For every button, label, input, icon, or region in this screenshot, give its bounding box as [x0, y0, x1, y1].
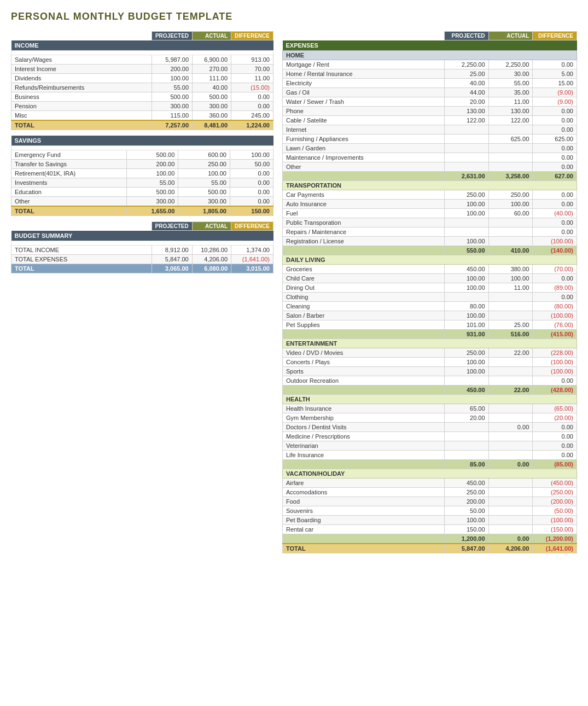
sub-section-label: VACATION/HOLIDAY: [283, 469, 577, 479]
row-label: Cleaning: [283, 302, 445, 311]
summary-header-difference: DIFFERENCE: [231, 222, 273, 231]
table-row: Sports100.00(100.00): [283, 367, 577, 376]
row-label: Lawn / Garden: [283, 144, 445, 153]
row-projected: 100.00: [444, 311, 488, 320]
row-label: TOTAL: [283, 544, 445, 553]
row-difference: 625.00: [533, 135, 577, 144]
total-difference: (415.00): [533, 330, 577, 339]
row-difference: (9.00): [533, 88, 577, 97]
expenses-header-actual: ACTUAL: [488, 32, 533, 40]
row-actual: 360.00: [193, 111, 231, 121]
row-difference: (76.00): [533, 320, 577, 330]
row-difference: 0.00: [533, 190, 577, 200]
table-row: Electricity40.0055.0015.00: [283, 79, 577, 88]
row-difference: 0.00: [533, 144, 577, 153]
table-row: Salary/Wages5,987.006,900.00913.00: [11, 55, 273, 65]
row-projected: 20.00: [444, 413, 488, 423]
expenses-header-projected: PROJECTED: [444, 32, 488, 40]
table-row: Salon / Barber100.00(100.00): [283, 311, 577, 320]
row-difference: (100.00): [533, 311, 577, 320]
row-actual: 30.00: [488, 69, 533, 79]
row-actual: [488, 153, 533, 162]
row-label: Maintenance / Improvements: [283, 153, 445, 162]
row-actual: 111.00: [193, 74, 231, 83]
table-row: Auto Insurance100.00100.000.00: [283, 200, 577, 209]
table-row: Business500.00500.000.00: [11, 92, 273, 102]
row-actual: 55.00: [488, 79, 533, 88]
row-actual: [488, 227, 533, 237]
sub-section-header: VACATION/HOLIDAY: [283, 469, 577, 479]
row-actual: [488, 376, 533, 386]
row-projected: 200.00: [126, 160, 178, 169]
table-row: Pet Supplies101.0025.00(76.00): [283, 320, 577, 330]
total-actual: 0.00: [488, 460, 533, 469]
row-actual: [488, 293, 533, 302]
row-projected: 5,847.00: [152, 255, 192, 264]
row-label: Accomodations: [283, 488, 445, 497]
row-label: Health Insurance: [283, 404, 445, 413]
row-difference: (100.00): [533, 237, 577, 246]
table-row: Medicine / Prescriptions0.00: [283, 432, 577, 441]
table-row: Outdoor Recreation0.00: [283, 376, 577, 386]
row-label: Phone: [283, 107, 445, 116]
row-projected: 5,987.00: [152, 55, 192, 65]
row-projected: 500.00: [126, 150, 178, 160]
row-label: TOTAL EXPENSES: [11, 255, 152, 264]
table-row: Groceries450.00380.00(70.00): [283, 265, 577, 274]
row-actual: [488, 516, 533, 525]
row-label: Life Insurance: [283, 451, 445, 460]
row-actual: [488, 525, 533, 534]
row-projected: 100.00: [126, 169, 178, 178]
row-difference: 5.00: [533, 69, 577, 79]
total-actual: 0.00: [488, 534, 533, 544]
row-label: Medicine / Prescriptions: [283, 432, 445, 441]
row-projected: 101.00: [444, 320, 488, 330]
row-actual: 22.00: [488, 348, 533, 358]
row-actual: 1,805.00: [178, 206, 230, 216]
table-row: Life Insurance0.00: [283, 451, 577, 460]
row-label: TOTAL: [11, 264, 152, 273]
table-row: Water / Sewer / Trash20.0011.00(9.00): [283, 97, 577, 107]
table-row: Gas / Oil44.0035.00(9.00): [283, 88, 577, 97]
row-label: Gas / Oil: [283, 88, 445, 97]
sub-section-header: HEALTH: [283, 395, 577, 404]
row-label: Other: [11, 197, 127, 207]
row-projected: 80.00: [444, 302, 488, 311]
row-difference: (200.00): [533, 497, 577, 506]
row-label: Emergency Fund: [11, 150, 127, 160]
table-row: Cable / Satelite122.00122.000.00: [283, 116, 577, 125]
row-label: Electricity: [283, 79, 445, 88]
row-actual: 270.00: [193, 65, 231, 74]
row-projected: [444, 451, 488, 460]
table-row: Transfer to Savings200.00250.0050.00: [11, 160, 273, 169]
row-label: TOTAL INCOME: [11, 246, 152, 255]
row-label: Public Transporation: [283, 218, 445, 227]
row-actual: 130.00: [488, 107, 533, 116]
row-actual: 300.00: [193, 102, 231, 111]
section-total-row: 85.000.00(85.00): [283, 460, 577, 469]
row-actual: 122.00: [488, 116, 533, 125]
row-actual: [488, 479, 533, 488]
sub-section-label: HOME: [283, 51, 577, 60]
sub-section-label: HEALTH: [283, 395, 577, 404]
table-row: TOTAL EXPENSES5,847.004,206.00(1,641.00): [11, 255, 273, 264]
total-projected: 931.00: [444, 330, 488, 339]
row-difference: 0.00: [533, 153, 577, 162]
row-label: Pension: [11, 102, 152, 111]
row-difference: 0.00: [533, 441, 577, 451]
table-row: Souvenirs50.00(50.00): [283, 506, 577, 516]
row-difference: (80.00): [533, 302, 577, 311]
row-difference: (9.00): [533, 97, 577, 107]
row-label: Furnishing / Appliances: [283, 135, 445, 144]
row-projected: 122.00: [444, 116, 488, 125]
row-projected: 40.00: [444, 79, 488, 88]
row-actual: 6,900.00: [193, 55, 231, 65]
row-label: Education: [11, 188, 127, 197]
row-difference: 0.00: [230, 169, 273, 178]
row-actual: 55.00: [178, 178, 230, 188]
row-projected: 100.00: [444, 283, 488, 293]
row-actual: 250.00: [178, 160, 230, 169]
row-projected: [444, 218, 488, 227]
table-row: Interest Income200.00270.0070.00: [11, 65, 273, 74]
total-projected: 85.00: [444, 460, 488, 469]
